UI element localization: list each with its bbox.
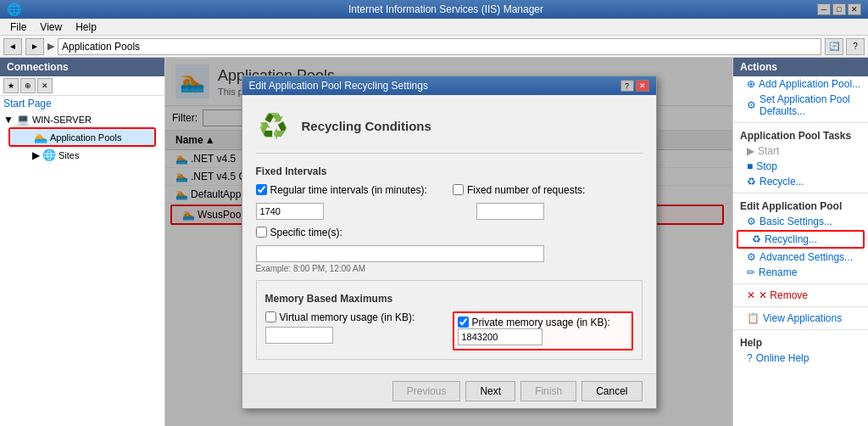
private-memory-checkbox[interactable] — [458, 317, 469, 328]
regular-time-checkbox-label[interactable]: Regular time intervals (in minutes): — [256, 184, 427, 196]
regular-time-checkbox[interactable] — [256, 184, 267, 195]
action-stop[interactable]: ■ Stop — [733, 159, 868, 174]
window-title: Internet Information Services (IIS) Mana… — [75, 3, 817, 15]
conn-btn-2[interactable]: ⊕ — [20, 78, 36, 93]
action-basic-settings[interactable]: ⚙ Basic Settings... — [733, 214, 868, 229]
actions-divider-5 — [733, 329, 868, 330]
connections-header: Connections — [0, 58, 164, 76]
specific-time-checkbox[interactable] — [256, 227, 267, 238]
remove-icon: ✕ — [747, 289, 755, 301]
time-inputs-row — [256, 203, 643, 220]
tree-label-sites: Sites — [58, 150, 79, 160]
title-bar: 🌐 Internet Information Services (IIS) Ma… — [0, 0, 868, 19]
menu-help[interactable]: Help — [69, 20, 103, 35]
specific-time-label: Specific time(s): — [270, 227, 342, 238]
pool-icon: 🏊 — [34, 131, 47, 143]
specific-time-input[interactable] — [256, 245, 544, 262]
help-button[interactable]: ? — [846, 38, 865, 55]
previous-button[interactable]: Previous — [392, 381, 461, 401]
specific-time-checkbox-label[interactable]: Specific time(s): — [256, 227, 342, 238]
virtual-memory-col: Virtual memory usage (in KB): — [265, 311, 446, 350]
menu-view[interactable]: View — [33, 20, 69, 35]
memory-section: Memory Based Maximums Virtual memory usa… — [256, 280, 643, 360]
address-bar: ◄ ► ▶ 🔄 ? — [0, 36, 868, 58]
computer-icon: 💻 — [16, 113, 30, 126]
action-rename[interactable]: ✏ Rename — [733, 265, 868, 280]
add-icon: ⊕ — [747, 78, 755, 90]
actions-panel: Actions ⊕ Add Application Pool... ⚙ Set … — [732, 58, 868, 426]
sites-expand-icon: ▶ — [32, 149, 40, 161]
expand-icon: ▼ — [3, 114, 14, 126]
action-advanced-settings[interactable]: ⚙ Advanced Settings... — [733, 249, 868, 265]
regular-time-input[interactable] — [256, 203, 324, 220]
tree-item-sites[interactable]: ▶ 🌐 Sites — [8, 147, 164, 163]
modal-help-button[interactable]: ? — [620, 80, 634, 92]
virtual-memory-checkbox[interactable] — [265, 311, 276, 322]
fixed-requests-input[interactable] — [476, 203, 544, 220]
virtual-memory-label: Virtual memory usage (in KB): — [280, 311, 415, 323]
back-button[interactable]: ◄ — [3, 38, 22, 55]
action-online-help[interactable]: ? Online Help — [733, 350, 868, 366]
example-text: Example: 8:00 PM, 12:00 AM — [256, 264, 643, 273]
forward-button[interactable]: ► — [25, 38, 44, 55]
modal-title: Edit Application Pool Recycling Settings — [249, 80, 428, 92]
tree-label-apppools: Application Pools — [50, 132, 121, 143]
action-start[interactable]: ▶ Start — [733, 143, 868, 159]
modal-footer: Previous Next Finish Cancel — [242, 373, 656, 408]
tree-item-apppools[interactable]: 🏊 Application Pools — [10, 129, 154, 145]
cancel-button[interactable]: Cancel — [581, 381, 642, 401]
modal-close-button[interactable]: ✕ — [636, 80, 649, 92]
private-memory-input[interactable] — [458, 328, 542, 345]
actions-divider-2 — [733, 193, 868, 193]
settings-icon: ⚙ — [747, 99, 756, 111]
menu-file[interactable]: File — [3, 20, 33, 35]
memory-grid: Virtual memory usage (in KB): Private me… — [265, 311, 633, 350]
sites-icon: 🌐 — [42, 149, 56, 161]
server-name: WIN-SERVER — [32, 115, 92, 125]
modal-section-title: Recycling Conditions — [302, 119, 431, 133]
actions-divider-1 — [733, 122, 868, 123]
private-memory-checkbox-label[interactable]: Private memory usage (in KB): — [458, 317, 628, 328]
recycle-icon: ♻ — [747, 176, 756, 188]
finish-button[interactable]: Finish — [520, 381, 576, 401]
conn-btn-3[interactable]: ✕ — [37, 78, 53, 93]
action-set-defaults[interactable]: ⚙ Set Application Pool Defaults... — [733, 92, 868, 119]
action-add-apppool[interactable]: ⊕ Add Application Pool... — [733, 76, 868, 92]
recycling-icon: ♻ — [752, 233, 761, 245]
stop-icon: ■ — [747, 160, 753, 172]
actions-header: Actions — [733, 58, 868, 76]
address-input[interactable] — [58, 38, 821, 55]
modal-content: ♻️ Recycling Conditions Fixed Intervals … — [242, 95, 656, 373]
action-recycle[interactable]: ♻ Recycle... — [733, 174, 868, 189]
regular-time-row: Regular time intervals (in minutes): Fix… — [256, 184, 643, 196]
window-controls: ─ □ ✕ — [817, 3, 861, 15]
actions-divider-3 — [733, 283, 868, 284]
tree-expand-server[interactable]: ▼ 💻 WIN-SERVER — [0, 111, 164, 127]
tree-item-startpage[interactable]: Start Page — [0, 96, 164, 111]
virtual-memory-input[interactable] — [265, 327, 333, 344]
action-recycling[interactable]: ♻ Recycling... — [738, 232, 863, 247]
private-memory-label: Private memory usage (in KB): — [472, 317, 610, 328]
minimize-button[interactable]: ─ — [817, 3, 831, 15]
private-memory-col: Private memory usage (in KB): — [453, 311, 633, 350]
action-view-apps[interactable]: 📋 View Applications — [733, 311, 868, 326]
fixed-requests-checkbox-label[interactable]: Fixed number of requests: — [453, 184, 585, 196]
start-icon: ▶ — [747, 145, 754, 157]
content-panel: 🏊 Application Pools This page lets you v… — [165, 58, 732, 426]
action-remove[interactable]: ✕ ✕ Remove — [733, 288, 868, 303]
start-page-link[interactable]: Start Page — [3, 98, 52, 109]
modal-title-bar: Edit Application Pool Recycling Settings… — [242, 76, 656, 95]
conn-btn-1[interactable]: ★ — [3, 78, 19, 93]
fixed-requests-checkbox[interactable] — [453, 184, 464, 195]
modal-icon: ♻️ — [256, 109, 292, 144]
advanced-icon: ⚙ — [747, 251, 756, 263]
private-memory-highlight: Private memory usage (in KB): — [453, 311, 633, 350]
virtual-memory-checkbox-label[interactable]: Virtual memory usage (in KB): — [265, 311, 446, 323]
refresh-button[interactable]: 🔄 — [825, 38, 843, 55]
actions-section-pool-tasks: Application Pool Tasks — [733, 126, 868, 143]
close-button[interactable]: ✕ — [848, 3, 861, 15]
maximize-button[interactable]: □ — [832, 3, 846, 15]
next-button[interactable]: Next — [465, 381, 515, 401]
help-icon: ? — [747, 352, 753, 364]
connections-panel: Connections ★ ⊕ ✕ Start Page ▼ 💻 WIN-SER… — [0, 58, 165, 426]
